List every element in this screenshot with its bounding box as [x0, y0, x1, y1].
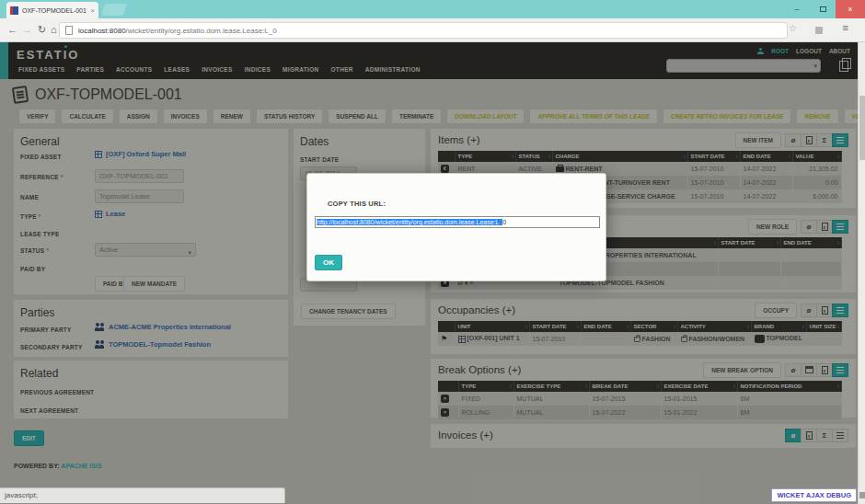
maximize-button[interactable] — [810, 0, 836, 18]
back-icon[interactable]: ← — [7, 23, 17, 36]
screen: OXF-TOPMODEL-001 × – × ← → ↻ ⌂ localhost… — [0, 0, 865, 504]
page-viewport: ESTATIO FIXED ASSETS PARTIES ACCOUNTS LE… — [0, 42, 865, 504]
ok-button[interactable]: OK — [315, 255, 342, 270]
refresh-icon[interactable]: ↻ — [38, 23, 46, 36]
url-text: localhost:8080/wicket/entity/org.estatio… — [78, 27, 277, 35]
browser-menu-icon[interactable]: ≡ — [843, 22, 848, 33]
tab-title: OXF-TOPMODEL-001 — [22, 7, 88, 14]
browser-navbar: ← → ↻ ⌂ localhost:8080/wicket/entity/org… — [0, 18, 865, 42]
close-button[interactable]: × — [836, 0, 865, 18]
copy-url-input[interactable]: http://localhost:8080/wicket/entity/org.… — [315, 216, 600, 228]
window-controls: – × — [784, 0, 865, 18]
new-tab-button[interactable] — [101, 4, 127, 16]
tab-favicon — [10, 6, 18, 15]
copy-url-label: COPY THIS URL: — [328, 200, 386, 208]
page-icon — [65, 26, 73, 35]
extension-icon[interactable] — [815, 27, 823, 34]
scrollbar-thumb[interactable] — [859, 96, 865, 160]
tab-close-icon[interactable]: × — [90, 6, 95, 15]
browser-status-bubble: javascript; — [0, 487, 285, 503]
forward-icon[interactable]: → — [22, 23, 32, 36]
bookmark-star-icon[interactable]: ☆ — [789, 23, 797, 33]
selected-url-text: http://localhost:8080/wicket/entity/org.… — [317, 219, 502, 225]
wicket-ajax-debug-link[interactable]: WICKET AJAX DEBUG — [771, 488, 857, 502]
scrollbar[interactable] — [858, 42, 865, 504]
minimize-button[interactable]: – — [784, 0, 810, 18]
browser-titlebar: OXF-TOPMODEL-001 × – × — [0, 0, 865, 18]
scrollbar-foot — [859, 492, 865, 498]
home-icon[interactable]: ⌂ — [51, 23, 57, 36]
url-bar[interactable]: localhost:8080/wicket/entity/org.estatio… — [59, 22, 788, 39]
copy-url-dialog: COPY THIS URL: http://localhost:8080/wic… — [306, 173, 606, 281]
browser-tab[interactable]: OXF-TOPMODEL-001 × — [6, 2, 98, 18]
